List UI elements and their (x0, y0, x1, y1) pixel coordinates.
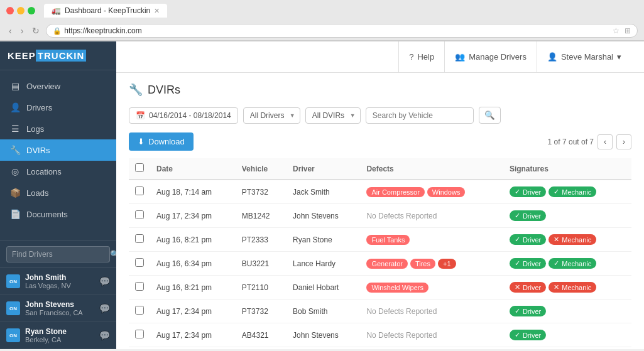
signature-label: Mechanic (562, 188, 591, 196)
documents-icon: 📄 (10, 209, 20, 219)
sidebar-item-label: Loads (26, 188, 48, 198)
locations-icon: ◎ (10, 166, 20, 176)
defects-column-header: Defects (360, 158, 503, 180)
row-driver: Daniel Hobart (287, 276, 360, 300)
signature-label: Driver (523, 188, 541, 196)
back-button[interactable]: ‹ (6, 24, 14, 37)
logo-text: KEEPTRUCKIN (8, 50, 86, 62)
row-checkbox[interactable] (135, 258, 144, 267)
dvir-type-filter-select[interactable]: All DVIRs (305, 107, 361, 124)
pagination: 1 of 7 out of 7 ‹ › (548, 134, 631, 149)
search-vehicle-button[interactable]: 🔍 (479, 107, 501, 124)
driver-info: Ryan Stone Berkely, CA (25, 327, 94, 343)
sidebar-item-documents[interactable]: 📄 Documents (0, 203, 116, 225)
defect-tag: Windows (427, 187, 466, 197)
sidebar-item-drivers[interactable]: 👤 Drivers (0, 97, 116, 118)
browser-tab[interactable]: 🚛 Dashboard - KeepTruckin ✕ (44, 4, 167, 18)
signature-badge: ✕Mechanic (548, 282, 596, 293)
no-defects-text: No Defects Reported (366, 331, 437, 340)
page-title: 🔧 DVIRs (129, 83, 631, 97)
check-icon: ✓ (515, 307, 520, 315)
table-row: Aug 17, 2:34 pmMB1242John StevensNo Defe… (129, 204, 631, 228)
close-icon[interactable]: ✕ (154, 7, 160, 15)
driver-list-item[interactable]: ON John Smith Las Vegas, NV 💬 (0, 268, 116, 295)
signature-badge: ✓Driver (510, 234, 546, 245)
message-icon[interactable]: 💬 (99, 330, 110, 340)
sidebar-item-loads[interactable]: 📦 Loads (0, 182, 116, 203)
row-checkbox[interactable] (135, 186, 144, 195)
chevron-down-icon: ▾ (617, 52, 621, 62)
maximize-dot[interactable] (28, 7, 35, 14)
row-checkbox[interactable] (135, 306, 144, 315)
row-checkbox[interactable] (135, 234, 144, 243)
row-defects: Fuel Tanks (360, 228, 503, 252)
sidebar-item-label: Drivers (26, 103, 52, 112)
drivers-filter-select[interactable]: All Drivers (243, 107, 300, 124)
sidebar-item-logs[interactable]: ☰ Logs (0, 118, 116, 139)
row-checkbox[interactable] (135, 210, 144, 219)
row-date: Aug 18, 7:14 am (150, 180, 236, 204)
row-vehicle: AB4321 (236, 323, 287, 347)
find-drivers-input[interactable] (12, 250, 106, 259)
next-page-button[interactable]: › (616, 134, 631, 149)
signature-badge: ✓Driver (510, 186, 546, 197)
date-range-text: 04/16/2014 - 08/18/2014 (149, 111, 231, 120)
forward-button[interactable]: › (18, 24, 26, 37)
select-all-checkbox[interactable] (135, 163, 144, 172)
signature-badge: ✓Driver (510, 330, 546, 340)
driver-list-item[interactable]: ON Ryan Stone Berkely, CA 💬 (0, 322, 116, 349)
search-vehicle-input[interactable] (366, 107, 474, 124)
logo-truckin: TRUCKIN (36, 50, 87, 62)
logs-icon: ☰ (10, 124, 20, 134)
row-defects: No Defects Reported (360, 300, 503, 323)
row-checkbox[interactable] (135, 282, 144, 291)
driver-info: John Smith Las Vegas, NV (25, 273, 94, 289)
star-icon[interactable]: ☆ (613, 26, 619, 35)
prev-page-button[interactable]: ‹ (598, 134, 613, 149)
lock-icon: 🔒 (53, 27, 62, 35)
sidebar-item-label: Overview (26, 82, 60, 91)
defect-tag: Tires (410, 259, 435, 269)
download-button[interactable]: ⬇ Download (129, 132, 194, 151)
download-icon: ⬇ (138, 137, 145, 146)
grid-icon[interactable]: ⊞ (625, 26, 631, 35)
driver-search-box[interactable]: 🔍 (6, 246, 110, 262)
date-range-filter[interactable]: 📅 04/16/2014 - 08/18/2014 (129, 107, 238, 124)
driver-list-item[interactable]: ON John Stevens San Francisco, CA 💬 (0, 295, 116, 322)
row-date: Aug 16, 8:21 pm (150, 276, 236, 300)
row-defects: Air CompressorWindows (360, 180, 503, 204)
signature-label: Driver (523, 308, 541, 315)
signature-label: Mechanic (562, 236, 591, 244)
loads-icon: 📦 (10, 188, 20, 198)
user-menu-button[interactable]: 👤 Steve Marshal ▾ (537, 41, 631, 72)
help-button[interactable]: ? Help (398, 41, 444, 72)
reload-button[interactable]: ↻ (30, 24, 42, 37)
sidebar-item-overview[interactable]: ▤ Overview (0, 75, 116, 97)
url-text: https://keeptruckin.com (64, 26, 141, 35)
search-icon: 🔍 (484, 111, 495, 120)
signature-badge: ✓Mechanic (548, 186, 596, 197)
date-column-header: Date (150, 158, 236, 180)
check-icon: ✓ (515, 259, 520, 267)
driver-location: San Francisco, CA (25, 309, 94, 316)
manage-drivers-button[interactable]: 👥 Manage Drivers (444, 41, 537, 72)
row-driver: Jack Smith (287, 180, 360, 204)
driver-list: ON John Smith Las Vegas, NV 💬 ON John St… (0, 267, 116, 349)
row-vehicle: PT3732 (236, 300, 287, 323)
defect-tag: +1 (438, 259, 456, 269)
signature-badge: ✓Driver (510, 306, 546, 316)
row-date: Aug 16, 8:21 pm (150, 228, 236, 252)
minimize-dot[interactable] (17, 7, 25, 14)
row-signatures: ✓Driver✓Mechanic (503, 180, 631, 204)
manage-drivers-label: Manage Drivers (469, 52, 527, 62)
message-icon[interactable]: 💬 (99, 276, 110, 286)
close-dot[interactable] (6, 7, 14, 14)
row-checkbox[interactable] (135, 330, 144, 338)
address-bar[interactable]: 🔒 https://keeptruckin.com ☆ ⊞ (46, 24, 638, 38)
row-date: Aug 17, 2:34 pm (150, 204, 236, 228)
message-icon[interactable]: 💬 (99, 303, 110, 313)
sidebar-item-dvirs[interactable]: 🔧 DVIRs (0, 139, 116, 161)
user-label: Steve Marshal (561, 52, 613, 62)
sidebar-item-label: DVIRs (26, 146, 50, 155)
sidebar-item-locations[interactable]: ◎ Locations (0, 161, 116, 182)
